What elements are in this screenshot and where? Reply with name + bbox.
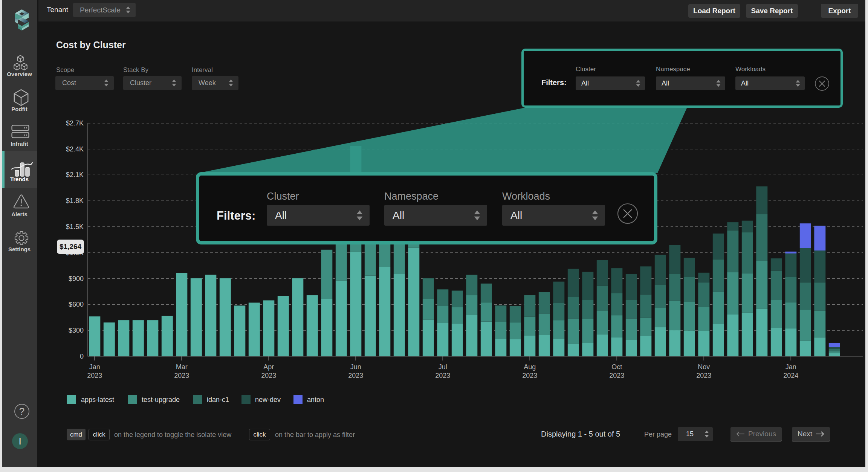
svg-text:2023: 2023 (522, 372, 537, 379)
svg-text:Oct: Oct (611, 363, 622, 371)
svg-text:2023: 2023 (87, 372, 102, 379)
svg-text:2023: 2023 (261, 372, 276, 379)
svg-text:$300: $300 (69, 327, 84, 334)
svg-text:$600: $600 (69, 301, 84, 308)
svg-text:$2.1K: $2.1K (66, 171, 84, 179)
svg-text:Jan: Jan (89, 363, 100, 371)
svg-text:0: 0 (80, 353, 84, 360)
svg-text:Jan: Jan (785, 363, 796, 371)
svg-text:Jul: Jul (439, 363, 447, 371)
svg-text:2024: 2024 (783, 372, 798, 379)
svg-text:$1.8K: $1.8K (66, 197, 84, 205)
svg-text:$900: $900 (69, 275, 84, 283)
svg-text:$2.7K: $2.7K (66, 119, 84, 127)
svg-text:2023: 2023 (609, 372, 624, 379)
svg-text:2023: 2023 (435, 372, 450, 379)
svg-text:2023: 2023 (348, 372, 363, 379)
svg-text:Mar: Mar (176, 363, 188, 371)
svg-text:Apr: Apr (263, 363, 274, 371)
svg-text:$2.4K: $2.4K (66, 145, 84, 153)
svg-text:Jun: Jun (350, 363, 361, 371)
svg-text:$1.5K: $1.5K (66, 223, 84, 231)
svg-text:2023: 2023 (174, 372, 189, 379)
svg-text:Nov: Nov (698, 363, 710, 371)
svg-text:2023: 2023 (696, 372, 711, 379)
svg-text:Aug: Aug (524, 363, 536, 371)
